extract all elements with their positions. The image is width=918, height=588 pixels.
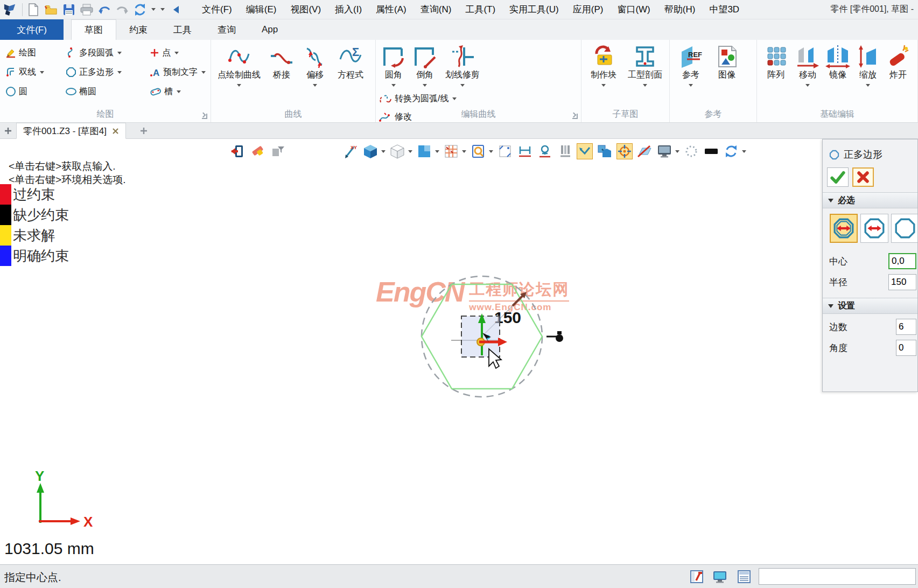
ribbon-button-mirror[interactable]: 镜像	[823, 42, 853, 87]
shaded-view-button[interactable]	[362, 143, 379, 159]
tab-list-button[interactable]	[0, 123, 16, 138]
tab-tools[interactable]: 工具	[160, 19, 205, 40]
status-input[interactable]	[759, 568, 916, 585]
dropdown-caret[interactable]	[408, 150, 412, 153]
polygon-preview[interactable]: 150	[372, 248, 598, 425]
dialog-launcher[interactable]	[572, 114, 578, 119]
dialog-launcher[interactable]	[202, 114, 207, 119]
dotted-circle-button[interactable]	[683, 143, 699, 159]
dropdown-caret[interactable]	[805, 84, 810, 87]
tab-inquire[interactable]: 查询	[205, 19, 249, 40]
ribbon-button-scale[interactable]: 缩放	[853, 42, 883, 87]
dropdown-caret[interactable]	[452, 97, 457, 100]
regen-button[interactable]	[134, 3, 146, 16]
menu-view[interactable]: 视图(V)	[283, 3, 328, 16]
horizontal-dimension-button[interactable]	[517, 143, 533, 159]
ribbon-button-reference[interactable]: REF 参考	[672, 42, 710, 87]
ribbon-button-trim[interactable]: 划线修剪	[440, 42, 485, 87]
quickbar-options-caret[interactable]	[160, 8, 165, 11]
menu-attributes[interactable]: 属性(A)	[369, 3, 414, 16]
dropdown-caret[interactable]	[381, 150, 386, 153]
polyline-mode-button[interactable]	[577, 143, 593, 159]
exit-sketch-button[interactable]	[229, 143, 246, 159]
save-button[interactable]	[62, 3, 75, 16]
auto-constraint-button[interactable]	[616, 143, 633, 159]
dropdown-caret[interactable]	[313, 84, 317, 87]
ribbon-button-polyarc[interactable]: 多段圆弧	[66, 47, 150, 59]
ribbon-button-equation[interactable]: Σ 方程式	[332, 42, 369, 87]
sides-input[interactable]	[896, 319, 916, 335]
ribbon-button-ready-text[interactable]: A 预制文字	[150, 67, 213, 78]
ribbon-button-point-curve[interactable]: 点绘制曲线	[213, 42, 265, 87]
ribbon-button-chamfer[interactable]: 倒角	[409, 42, 440, 87]
project-reference-button[interactable]	[597, 143, 613, 159]
ribbon-button-circle[interactable]: 圆	[5, 86, 66, 97]
section-toggle-button[interactable]	[636, 143, 653, 159]
menu-zw3d[interactable]: 中望3D	[702, 3, 746, 16]
ribbon-button-explode[interactable]: 炸开	[883, 42, 913, 87]
mode-inscribed-button[interactable]	[830, 214, 858, 243]
new-file-button[interactable]	[27, 3, 40, 16]
document-list-button[interactable]	[737, 569, 752, 584]
toolbox-button[interactable]	[689, 569, 704, 584]
wireframe-view-button[interactable]	[389, 143, 405, 159]
filter-button[interactable]	[269, 143, 285, 159]
new-document-tab-button[interactable]	[136, 123, 152, 138]
dropdown-caret[interactable]	[866, 84, 870, 87]
ribbon-button-image[interactable]: 图像	[710, 42, 744, 87]
menu-applications[interactable]: 应用(P)	[566, 3, 611, 16]
print-button[interactable]	[80, 3, 93, 16]
menu-help[interactable]: 帮助(H)	[657, 3, 703, 16]
ribbon-button-make-block[interactable]: 制作块	[584, 42, 623, 87]
section-settings[interactable]: 设置	[823, 298, 917, 314]
dropdown-caret[interactable]	[643, 84, 647, 87]
dropdown-caret[interactable]	[201, 71, 206, 74]
line-width-button[interactable]	[703, 143, 719, 159]
dropdown-caret[interactable]	[462, 150, 466, 153]
tab-constraint[interactable]: 约束	[116, 19, 160, 40]
dropdown-caret[interactable]	[435, 150, 439, 153]
menu-file[interactable]: 文件(F)	[195, 3, 239, 16]
xy-plane-button[interactable]: XY	[342, 143, 359, 159]
angle-input[interactable]	[896, 340, 916, 356]
ribbon-button-slot[interactable]: 槽	[150, 86, 213, 97]
grid-toggle-button[interactable]	[443, 143, 459, 159]
menu-window[interactable]: 窗口(W)	[610, 3, 657, 16]
ribbon-button-polygon[interactable]: 正多边形	[66, 67, 150, 78]
open-file-button[interactable]	[45, 3, 58, 16]
dropdown-caret[interactable]	[675, 150, 679, 153]
collapse-button[interactable]	[170, 3, 183, 16]
regen-dropdown-caret[interactable]	[151, 8, 156, 11]
ribbon-button-bridge[interactable]: 桥接	[265, 42, 298, 87]
dropdown-caret[interactable]	[40, 71, 44, 74]
monitor-button[interactable]	[712, 569, 727, 584]
bars-display-button[interactable]	[557, 143, 573, 159]
regenerate-button[interactable]	[723, 143, 739, 159]
sketch-canvas[interactable]: XY	[0, 139, 918, 564]
ribbon-button-double-line[interactable]: 双线	[5, 67, 66, 78]
zoom-button[interactable]	[470, 143, 486, 159]
ribbon-button-draw[interactable]: 绘图	[5, 47, 66, 59]
plane-display-button[interactable]	[416, 143, 432, 159]
ribbon-button-convert-arc-line[interactable]: 转换为圆弧/线	[379, 93, 581, 104]
menu-inquire[interactable]: 查询(N)	[414, 3, 459, 16]
dropdown-caret[interactable]	[742, 150, 746, 153]
dropdown-caret[interactable]	[237, 84, 241, 87]
dropdown-caret[interactable]	[601, 84, 606, 87]
cancel-button[interactable]	[852, 167, 874, 187]
menu-edit[interactable]: 编辑(E)	[239, 3, 284, 16]
display-mode-button[interactable]	[656, 143, 672, 159]
close-icon[interactable]	[112, 128, 119, 135]
menu-utilities[interactable]: 实用工具(U)	[502, 3, 566, 16]
tab-sketch[interactable]: 草图	[71, 19, 116, 40]
dropdown-caret[interactable]	[489, 150, 493, 153]
ribbon-button-fillet[interactable]: 圆角	[378, 42, 409, 87]
ribbon-button-ellipse[interactable]: 椭圆	[66, 86, 150, 97]
ribbon-button-i-section[interactable]: 工型剖面	[623, 42, 667, 87]
redo-button[interactable]	[116, 3, 129, 16]
dropdown-caret[interactable]	[117, 52, 122, 54]
dropdown-caret[interactable]	[177, 90, 181, 93]
ok-button[interactable]	[827, 167, 849, 187]
section-required[interactable]: 必选	[823, 192, 917, 208]
perimeter-dimension-button[interactable]	[537, 143, 553, 159]
